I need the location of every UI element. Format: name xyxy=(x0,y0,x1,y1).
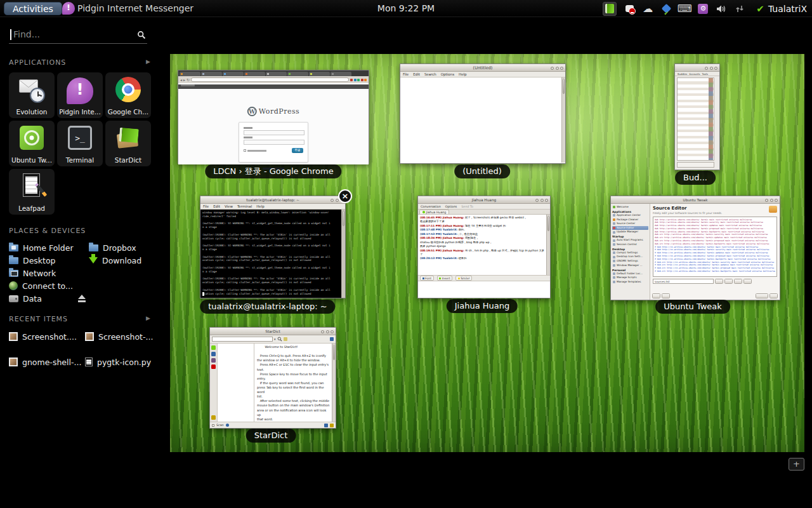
ubuntu-tweak-icon xyxy=(20,126,44,150)
tool-icon xyxy=(211,415,216,420)
window-buttons xyxy=(765,199,778,202)
app-tile-chrome[interactable]: Google Ch... xyxy=(105,72,151,118)
place-data[interactable]: Data xyxy=(9,292,42,305)
place-download[interactable]: Download xyxy=(89,254,141,267)
sources-text-area: deb http://archive.ubuntu.com/ubuntu/ ka… xyxy=(653,217,777,277)
extension-icon xyxy=(361,79,363,81)
window-buttons xyxy=(551,67,563,70)
window-label-stardict: StarDict xyxy=(246,429,296,443)
download-arrow-icon xyxy=(89,257,98,264)
place-network[interactable]: Network xyxy=(9,267,56,279)
tool-icon xyxy=(211,352,216,356)
chat-format-toolbar: Font Insert Smile! xyxy=(418,276,550,281)
user-menu[interactable]: ✔ TualatriX xyxy=(756,3,807,15)
activities-button[interactable]: Activities xyxy=(4,2,62,15)
recent-item-screenshot-2[interactable]: Screenshot-... xyxy=(85,330,153,343)
recent-header: RECENT ITEMS ▶ xyxy=(9,315,151,323)
terminal-cursor xyxy=(202,292,204,296)
window-label-leafpad: (Untitled) xyxy=(454,164,510,178)
recent-item-gnome-shell[interactable]: gnome-shell-... xyxy=(9,356,81,368)
terminal-text: window manager warning: Log level 8: met… xyxy=(202,211,340,297)
about-button xyxy=(652,293,660,298)
window-ubuntu-tweak[interactable]: Ubuntu Tweak Welcome Applications Applic… xyxy=(610,196,780,300)
app-tile-evolution[interactable]: Evolution xyxy=(9,72,55,118)
folder-icon xyxy=(9,257,18,264)
ibus-tray-icon[interactable]: ⚙ xyxy=(697,3,709,15)
ubuntuone-cloud-tray-icon[interactable]: ☁ xyxy=(642,3,653,15)
window-stardict[interactable]: StarDict ▾ xyxy=(209,327,336,429)
workspace-preview[interactable]: ◂ ▸ ↻ W WordPress xyxy=(170,54,804,452)
search-input[interactable] xyxy=(9,27,129,42)
toolbar-button xyxy=(724,279,733,284)
pidgin-app-icon[interactable]: ! xyxy=(62,2,75,15)
scrollbar xyxy=(561,77,565,163)
quit-button xyxy=(769,293,778,298)
chrome-tab xyxy=(287,72,308,77)
chrome-toolbar: ◂ ▸ ↻ xyxy=(178,76,369,83)
terminal-icon: >_ xyxy=(68,126,92,150)
dropbox-tray-icon[interactable] xyxy=(660,3,672,15)
app-tile-ubuntu-tweak[interactable]: Ubuntu Tw... xyxy=(9,121,55,166)
recent-label: gnome-shell-... xyxy=(22,358,81,367)
bookmark-item xyxy=(181,84,195,86)
focused-app-title[interactable]: Pidgin Internet Messenger xyxy=(77,0,193,17)
folder-icon xyxy=(89,244,98,251)
password-label-bar xyxy=(244,137,252,138)
scan-label: Scan xyxy=(216,424,224,427)
place-connect-to[interactable]: Connect to... xyxy=(9,279,73,292)
window-chrome[interactable]: ◂ ▸ ↻ W WordPress xyxy=(178,70,369,164)
source-editor-icon xyxy=(769,206,777,213)
window-buddy-list[interactable]: BuddiesAccountsTools xyxy=(674,64,720,170)
app-tile-pidgin[interactable]: ! Pidgin Inte... xyxy=(57,72,103,118)
place-dropbox[interactable]: Dropbox xyxy=(89,241,136,254)
menu-terminal: Terminal xyxy=(237,204,252,208)
username: TualatriX xyxy=(768,4,807,14)
stardict-tray-icon[interactable] xyxy=(603,2,617,16)
place-home-folder[interactable]: Home Folder xyxy=(9,241,74,254)
close-window-button[interactable]: × xyxy=(338,189,352,203)
username-input xyxy=(244,130,304,135)
clock[interactable]: Mon 9:22 PM xyxy=(377,0,435,17)
app-label: Leafpad xyxy=(10,204,53,212)
recent-expander-icon[interactable]: ▶ xyxy=(146,315,151,321)
menu-options: Options xyxy=(445,205,457,208)
status-icon xyxy=(330,424,334,427)
add-workspace-button[interactable]: + xyxy=(789,458,804,471)
terminal-title: tualatrix@tualatrix-laptop: ~ xyxy=(246,198,299,202)
terminal-output: window manager warning: Log level 8: met… xyxy=(200,210,345,298)
tweak-source-editor-panel: Source Editor Freely edit your software … xyxy=(650,204,780,300)
window-leafpad[interactable]: (Untitled) File Edit Search Options Help xyxy=(400,64,566,164)
window-pidgin-chat[interactable]: Jiahua Huang Conversation Options Send T… xyxy=(417,196,551,298)
recent-label: Screenshot.... xyxy=(22,332,77,342)
recent-item-pygtk-icon[interactable]: pygtk-icon.py xyxy=(85,356,151,368)
place-desktop[interactable]: Desktop xyxy=(9,254,56,267)
network-traffic-tray-icon[interactable] xyxy=(734,3,745,15)
font-button: Font xyxy=(420,276,434,281)
app-label: Terminal xyxy=(58,156,102,164)
chrome-tab-strip xyxy=(178,70,369,76)
applications-expander-icon[interactable]: ▶ xyxy=(146,58,151,65)
menu-edit: Edit xyxy=(413,72,420,76)
chat-tab-row: Jiahua Huang xyxy=(418,210,550,215)
app-tile-stardict[interactable]: StarDict xyxy=(105,121,151,166)
volume-tray-icon[interactable] xyxy=(716,3,727,15)
buddy-avatars xyxy=(709,78,713,160)
chrome-tab xyxy=(309,72,330,77)
app-tile-leafpad[interactable]: Leafpad xyxy=(9,169,55,215)
eject-icon[interactable] xyxy=(77,295,86,302)
window-terminal[interactable]: × tualatrix@tualatrix-laptop: ~ File Edi… xyxy=(200,196,346,298)
chat-title: Jiahua Huang xyxy=(472,198,497,202)
extension-icons xyxy=(350,79,367,81)
chrome-tab xyxy=(201,72,222,77)
chrome-icon xyxy=(115,77,141,102)
tool-icon xyxy=(211,345,216,350)
pidgin-status-tray-icon[interactable] xyxy=(624,3,635,15)
menu-view: View xyxy=(225,204,233,208)
nav-item: Source Center xyxy=(612,222,648,226)
input-method-tray-icon[interactable]: ⌨ xyxy=(679,3,690,15)
recent-item-screenshot-1[interactable]: Screenshot.... xyxy=(9,330,77,343)
app-tile-terminal[interactable]: >_ Terminal xyxy=(57,121,103,166)
globe-icon xyxy=(9,281,18,290)
search-field[interactable] xyxy=(9,27,147,44)
window-label-chat: Jiahua Huang xyxy=(447,299,518,313)
